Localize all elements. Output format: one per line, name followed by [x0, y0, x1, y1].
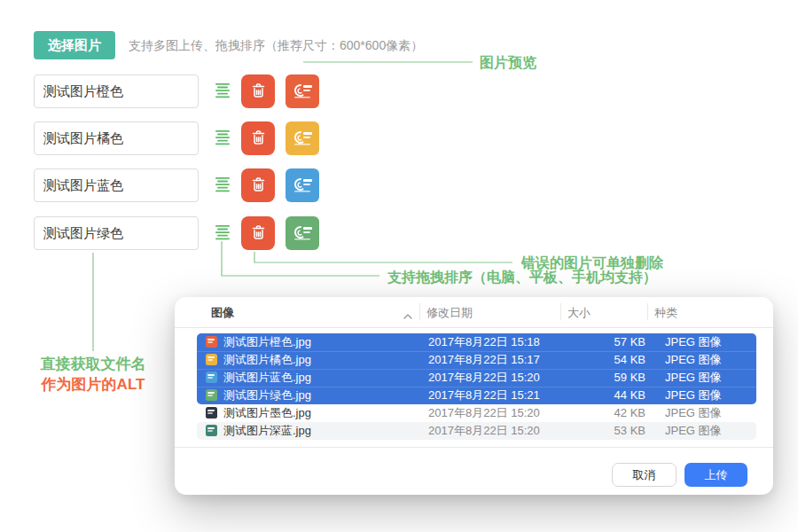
cancel-button[interactable]: 取消 — [612, 463, 677, 487]
column-header-kind[interactable]: 种类 — [654, 305, 677, 321]
column-divider — [647, 303, 648, 320]
file-size: 44 KB — [567, 387, 645, 404]
annotation-image-preview: 图片预览 — [480, 54, 536, 73]
file-kind: JPEG 图像 — [665, 369, 722, 387]
column-header-date[interactable]: 修改日期 — [426, 305, 473, 321]
trash-icon — [251, 82, 266, 101]
drag-handle-icon[interactable] — [215, 130, 230, 146]
file-name: 测试图片橙色.jpg — [223, 333, 311, 351]
delete-image-button[interactable] — [241, 121, 275, 155]
file-row[interactable]: 测试图片绿色.jpg 2017年8月22日 15:21 44 KB JPEG 图… — [175, 387, 773, 404]
file-name: 测试图片蓝色.jpg — [223, 369, 311, 387]
upload-row — [34, 216, 326, 250]
alt-text-input[interactable] — [34, 168, 199, 202]
file-thumbnail-icon — [206, 354, 217, 365]
alt-text-input[interactable] — [34, 216, 199, 250]
file-thumbnail-icon — [206, 425, 217, 436]
file-date: 2017年8月22日 15:20 — [428, 369, 540, 387]
alt-text-input[interactable] — [34, 74, 199, 108]
drag-handle-icon[interactable] — [215, 225, 230, 241]
upload-row — [34, 168, 326, 202]
image-thumbnail[interactable] — [286, 216, 319, 250]
file-kind: JPEG 图像 — [665, 351, 722, 369]
file-name: 测试图片绿色.jpg — [223, 387, 311, 404]
column-header-name[interactable]: 图像 — [211, 305, 234, 321]
choose-image-button[interactable]: 选择图片 — [34, 31, 115, 59]
file-thumbnail-icon — [206, 372, 217, 383]
file-name: 测试图片橘色.jpg — [223, 351, 311, 369]
file-row[interactable]: 测试图片蓝色.jpg 2017年8月22日 15:20 59 KB JPEG 图… — [175, 369, 773, 387]
file-list-header: 图像 修改日期 大小 种类 — [175, 297, 773, 327]
file-row[interactable]: 测试图片深蓝.jpg 2017年8月22日 15:20 53 KB JPEG 图… — [175, 422, 773, 440]
annotation-drag-sort: 支持拖拽排序（电脑、平板、手机均支持） — [387, 269, 657, 287]
image-thumbnail[interactable] — [286, 74, 319, 108]
footer-divider — [175, 447, 773, 448]
logo-icon — [286, 190, 319, 202]
delete-image-button[interactable] — [241, 216, 275, 250]
file-kind: JPEG 图像 — [665, 387, 722, 404]
file-kind: JPEG 图像 — [665, 404, 722, 422]
file-size: 42 KB — [567, 404, 645, 422]
file-row[interactable]: 测试图片橙色.jpg 2017年8月22日 15:18 57 KB JPEG 图… — [175, 333, 773, 351]
trash-icon — [251, 224, 266, 243]
trash-icon — [251, 129, 266, 148]
column-divider — [560, 303, 561, 320]
file-date: 2017年8月22日 15:18 — [428, 333, 540, 351]
drag-handle-icon[interactable] — [215, 177, 230, 193]
upload-button[interactable]: 上传 — [685, 463, 747, 487]
image-thumbnail[interactable] — [286, 168, 319, 202]
file-kind: JPEG 图像 — [665, 422, 722, 440]
logo-icon — [286, 238, 319, 250]
annotation-alt-line2: 作为图片的ALT — [42, 374, 145, 395]
file-size: 53 KB — [567, 422, 645, 440]
file-picker-dialog: 图像 修改日期 大小 种类 测试图片橙色.jpg 2017年8月22日 15:1… — [175, 297, 773, 495]
file-name: 测试图片墨色.jpg — [223, 404, 311, 422]
file-row[interactable]: 测试图片墨色.jpg 2017年8月22日 15:20 42 KB JPEG 图… — [175, 404, 773, 422]
file-thumbnail-icon — [206, 389, 217, 401]
column-header-size[interactable]: 大小 — [567, 305, 591, 321]
file-thumbnail-icon — [206, 407, 217, 419]
annotation-alt-line1: 直接获取文件名 — [41, 354, 146, 374]
file-list: 测试图片橙色.jpg 2017年8月22日 15:18 57 KB JPEG 图… — [175, 333, 773, 440]
alt-text-input[interactable] — [34, 121, 199, 155]
file-row[interactable]: 测试图片橘色.jpg 2017年8月22日 15:17 54 KB JPEG 图… — [175, 351, 773, 369]
column-divider — [419, 303, 420, 320]
file-date: 2017年8月22日 15:20 — [428, 422, 540, 440]
file-kind: JPEG 图像 — [665, 333, 722, 351]
upload-hint-text: 支持多图上传、拖拽排序（推荐尺寸：600*600像素） — [129, 38, 423, 54]
file-date: 2017年8月22日 15:21 — [428, 387, 540, 404]
file-size: 54 KB — [567, 351, 645, 369]
file-date: 2017年8月22日 15:20 — [428, 404, 540, 422]
trash-icon — [251, 176, 266, 195]
upload-row — [34, 74, 326, 108]
upload-row — [34, 121, 326, 155]
logo-icon — [286, 96, 319, 108]
image-thumbnail[interactable] — [286, 121, 319, 155]
file-date: 2017年8月22日 15:17 — [428, 351, 540, 369]
delete-image-button[interactable] — [241, 74, 275, 108]
logo-icon — [286, 143, 319, 155]
drag-handle-icon[interactable] — [215, 83, 230, 99]
file-size: 59 KB — [567, 369, 645, 387]
file-name: 测试图片深蓝.jpg — [223, 422, 311, 440]
file-thumbnail-icon — [206, 336, 217, 348]
header-divider — [175, 327, 773, 328]
chevron-up-icon — [403, 309, 412, 322]
file-size: 57 KB — [567, 333, 645, 351]
delete-image-button[interactable] — [241, 168, 275, 202]
